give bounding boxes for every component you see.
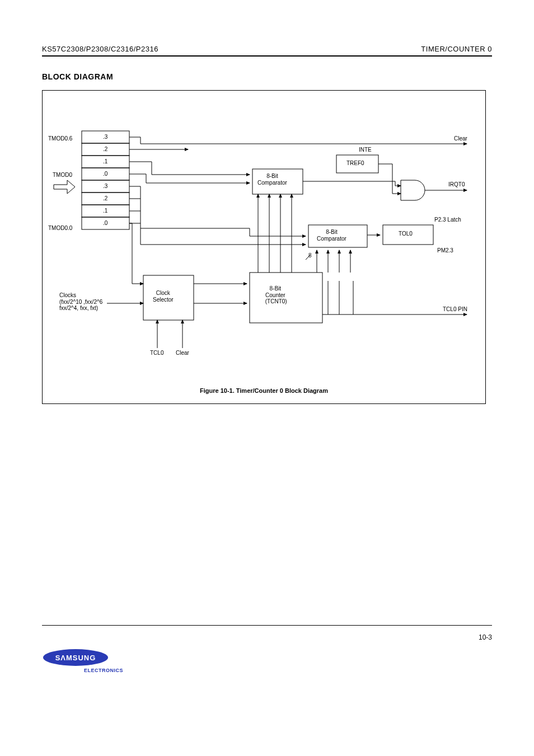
diagram-svg	[43, 91, 485, 403]
header-rule	[42, 55, 492, 57]
reg-2b: .2	[103, 195, 107, 202]
svg-text:SΛMSUNG: SΛMSUNG	[55, 654, 96, 662]
block-comparator-upper: 8-Bit Comparator	[257, 173, 287, 186]
section-title: BLOCK DIAGRAM	[42, 72, 492, 81]
label-clear-in: Clear	[176, 350, 189, 356]
footer-rule	[42, 625, 492, 626]
block-counter: 8-Bit Counter (TCNT0)	[264, 285, 287, 305]
output-clear: Clear	[454, 135, 467, 142]
reg-0b: .0	[103, 220, 107, 227]
block-clock-selector: Clock Selector	[153, 290, 174, 303]
block-comparator-lower: 8-Bit Comparator	[317, 229, 346, 242]
block-tol0: TOL0	[399, 231, 413, 237]
label-inte: INTE	[359, 147, 372, 153]
header-left: KS57C2308/P2308/C2316/P2316	[42, 45, 158, 53]
reg-3b: .3	[103, 183, 107, 190]
label-tmod0-left: TMOD0	[53, 172, 72, 179]
label-clocks: Clocks (fxx/2^10 ,fxx/2^6 fxx/2^4, fxx, …	[59, 292, 102, 312]
svg-text:ELECTRONICS: ELECTRONICS	[84, 668, 123, 673]
reg-2a: .2	[103, 146, 107, 153]
page-number: 10-3	[479, 633, 492, 641]
output-tcl0: TCL0 PIN	[443, 306, 467, 313]
label-tmod0-lo: TMOD0.0	[48, 225, 72, 232]
output-irqt0: IRQT0	[448, 181, 465, 188]
output-p23: P2.3 Latch	[434, 217, 461, 223]
label-tcl0-in: TCL0	[150, 350, 163, 356]
block-diagram: .3 .2 .1 .0 .3 .2 .1 .0 TMOD0.6 TMOD0.0 …	[42, 90, 486, 404]
label-8: 8	[308, 252, 312, 259]
block-tref0: TREF0	[346, 160, 364, 167]
label-tmod0-hi: TMOD0.6	[48, 135, 72, 142]
header-right: TIMER/COUNTER 0	[421, 45, 492, 53]
reg-3a: .3	[103, 134, 107, 140]
figure-caption: Figure 10-1. Timer/Counter 0 Block Diagr…	[43, 387, 485, 395]
output-pm23: PM2.3	[437, 247, 453, 254]
reg-1a: .1	[103, 158, 107, 165]
samsung-logo: SΛMSUNG ELECTRONICS	[42, 649, 126, 677]
header: KS57C2308/P2308/C2316/P2316 TIMER/COUNTE…	[42, 45, 492, 55]
samsung-logo-icon: SΛMSUNG ELECTRONICS	[42, 649, 126, 677]
reg-0a: .0	[103, 171, 107, 177]
reg-1b: .1	[103, 208, 107, 214]
